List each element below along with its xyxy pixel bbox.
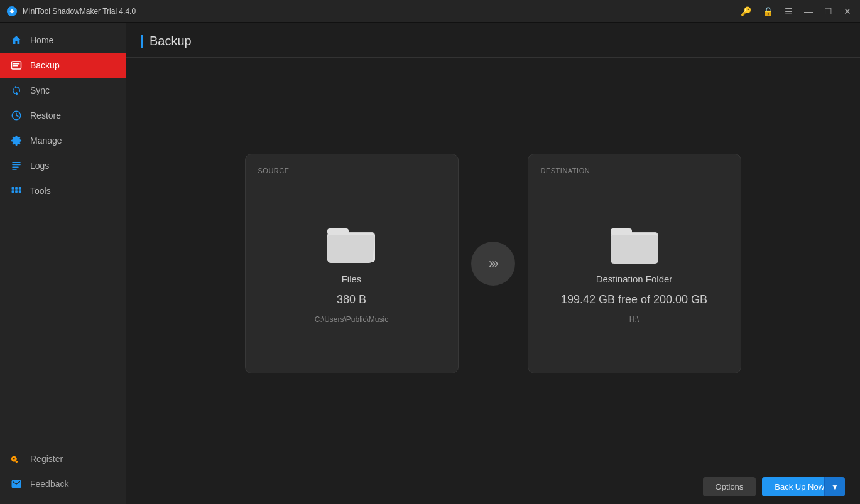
main-layout: Home Backup Sync bbox=[0, 23, 860, 504]
bottom-bar: Options Back Up Now ▼ bbox=[126, 469, 860, 504]
sync-icon bbox=[10, 84, 23, 97]
backup-area: SOURCE Files 380 B C:\Users\Public\Music bbox=[126, 58, 860, 469]
svg-rect-6 bbox=[12, 162, 21, 163]
backup-now-group: Back Up Now ▼ bbox=[762, 477, 845, 496]
sidebar-label-restore: Restore bbox=[30, 110, 61, 121]
destination-section-label: DESTINATION bbox=[541, 167, 591, 174]
source-card[interactable]: SOURCE Files 380 B C:\Users\Public\Music bbox=[245, 154, 459, 373]
header-accent bbox=[141, 35, 143, 48]
page-header: Backup bbox=[126, 23, 860, 58]
minimize-btn[interactable]: — bbox=[800, 4, 817, 19]
sidebar-item-restore[interactable]: Restore bbox=[0, 103, 126, 128]
svg-rect-2 bbox=[13, 63, 20, 65]
svg-rect-13 bbox=[12, 190, 14, 193]
key-icon-btn[interactable]: 🔑 bbox=[737, 4, 755, 19]
svg-rect-10 bbox=[12, 187, 14, 190]
svg-rect-14 bbox=[15, 190, 18, 193]
svg-rect-7 bbox=[12, 164, 21, 166]
sidebar-label-manage: Manage bbox=[30, 136, 62, 146]
sidebar-label-backup: Backup bbox=[30, 60, 60, 70]
titlebar-controls: 🔑 🔒 ☰ — ☐ ✕ bbox=[737, 4, 855, 19]
source-section-label: SOURCE bbox=[258, 167, 290, 174]
sidebar-item-home[interactable]: Home bbox=[0, 28, 126, 53]
destination-icon-area: Destination Folder 199.42 GB free of 200… bbox=[561, 185, 707, 360]
sidebar-label-logs: Logs bbox=[30, 161, 49, 171]
lock-icon-btn[interactable]: 🔒 bbox=[759, 4, 777, 19]
svg-rect-11 bbox=[15, 187, 18, 190]
menu-icon-btn[interactable]: ☰ bbox=[781, 4, 797, 19]
source-folder-icon bbox=[326, 221, 376, 265]
arrow-icon: ››› bbox=[489, 255, 497, 272]
backup-cards: SOURCE Files 380 B C:\Users\Public\Music bbox=[195, 154, 792, 373]
sidebar-item-sync[interactable]: Sync bbox=[0, 78, 126, 103]
svg-rect-8 bbox=[12, 167, 19, 168]
source-file-type: Files bbox=[342, 274, 362, 284]
tools-icon bbox=[10, 185, 23, 197]
sidebar-bottom: Register Feedback bbox=[0, 446, 126, 504]
sidebar-label-register: Register bbox=[30, 454, 63, 464]
backup-now-dropdown[interactable]: ▼ bbox=[824, 477, 845, 496]
source-file-size: 380 B bbox=[337, 293, 366, 306]
sidebar-item-feedback[interactable]: Feedback bbox=[0, 471, 126, 496]
destination-folder-icon bbox=[609, 221, 660, 265]
destination-card[interactable]: DESTINATION Destination Folder 199.42 GB… bbox=[528, 154, 741, 373]
arrow-connector: ››› bbox=[471, 242, 515, 286]
svg-rect-9 bbox=[12, 169, 17, 170]
titlebar-left: MiniTool ShadowMaker Trial 4.4.0 bbox=[6, 6, 136, 17]
sidebar-nav: Home Backup Sync bbox=[0, 23, 126, 446]
feedback-icon bbox=[10, 478, 23, 490]
svg-rect-12 bbox=[19, 187, 21, 190]
sidebar-item-register[interactable]: Register bbox=[0, 446, 126, 471]
sidebar-item-manage[interactable]: Manage bbox=[0, 128, 126, 153]
manage-icon bbox=[10, 134, 23, 147]
sidebar-label-feedback: Feedback bbox=[30, 479, 68, 489]
backup-icon bbox=[10, 59, 23, 72]
key-icon bbox=[10, 453, 23, 465]
sidebar-label-sync: Sync bbox=[30, 85, 50, 95]
destination-drive: H:\ bbox=[629, 315, 639, 324]
sidebar-item-backup[interactable]: Backup bbox=[0, 53, 126, 78]
close-btn[interactable]: ✕ bbox=[840, 4, 855, 19]
destination-free-space: 199.42 GB free of 200.00 GB bbox=[561, 293, 707, 306]
source-file-path: C:\Users\Public\Music bbox=[315, 315, 388, 324]
sidebar: Home Backup Sync bbox=[0, 23, 126, 504]
backup-now-button[interactable]: Back Up Now bbox=[762, 477, 824, 496]
sidebar-label-tools: Tools bbox=[30, 186, 51, 196]
restore-icon bbox=[10, 109, 23, 122]
titlebar: MiniTool ShadowMaker Trial 4.4.0 🔑 🔒 ☰ —… bbox=[0, 0, 860, 23]
page-title: Backup bbox=[150, 34, 192, 48]
app-logo bbox=[6, 6, 18, 17]
maximize-btn[interactable]: ☐ bbox=[820, 4, 836, 19]
svg-rect-3 bbox=[13, 65, 18, 67]
svg-rect-15 bbox=[19, 190, 21, 193]
home-icon bbox=[10, 34, 23, 46]
source-icon-area: Files 380 B C:\Users\Public\Music bbox=[315, 185, 388, 360]
destination-folder-label: Destination Folder bbox=[596, 274, 673, 284]
logs-icon bbox=[10, 159, 23, 172]
app-title: MiniTool ShadowMaker Trial 4.4.0 bbox=[23, 7, 136, 16]
content-area: Backup SOURCE Files bbox=[126, 23, 860, 504]
sidebar-item-logs[interactable]: Logs bbox=[0, 153, 126, 178]
sidebar-item-tools[interactable]: Tools bbox=[0, 178, 126, 203]
sidebar-label-home: Home bbox=[30, 35, 53, 45]
options-button[interactable]: Options bbox=[703, 477, 756, 496]
